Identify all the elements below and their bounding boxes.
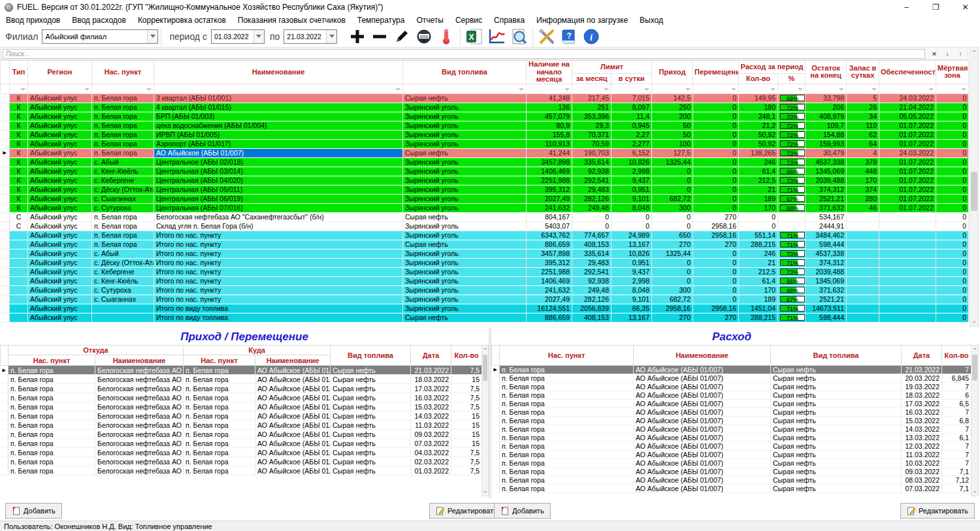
column-filter-dropdown[interactable] (936, 84, 969, 93)
column-filter-dropdown[interactable] (778, 84, 806, 93)
expense-row[interactable]: п. Белая гораАО Абыйское (АБЫ 01/007)Сыр… (492, 374, 972, 383)
col-name[interactable]: Наименование (154, 61, 403, 84)
restore-button[interactable]: ❐ (921, 0, 951, 14)
main-table-scrollbar[interactable]: ⌃ ⌄ (970, 47, 979, 327)
column-filter-dropdown[interactable] (28, 84, 92, 93)
scroll-down-icon[interactable]: ⌄ (972, 486, 978, 496)
column-filter-dropdown[interactable] (92, 84, 154, 93)
income-row[interactable]: п. Белая гораБелогоская нефтебаза АО "Са… (1, 466, 482, 475)
expense-row[interactable]: п. Белая гораАО Абыйское (АБЫ 01/007)Сыр… (492, 400, 972, 408)
column-filter-dropdown[interactable] (154, 84, 403, 93)
fuel-table-row[interactable]: Абыйский улусс. СутурохаИтого по нас. пу… (1, 285, 969, 295)
expense-add-button[interactable]: Добавить (494, 503, 551, 519)
col-expense-pct[interactable]: % (778, 74, 806, 84)
fuel-table-row[interactable]: Абыйский улусс. АбыйИтого по нас. пункту… (1, 249, 969, 258)
search-document-icon[interactable] (508, 27, 529, 46)
fuel-table-row[interactable]: Абыйский улусИтого по виду топливаЗырянс… (1, 304, 969, 313)
menu-item-7[interactable]: Сервис (449, 16, 488, 25)
col-days[interactable]: Запас в сутках (847, 61, 879, 84)
chart-icon[interactable] (486, 27, 507, 46)
fuel-table-row[interactable]: КАбыйский улусс. КебергенеЦентральная (А… (1, 176, 969, 185)
menu-item-5[interactable]: Температура (351, 16, 411, 25)
col-date[interactable]: Дата (902, 346, 942, 366)
expense-row[interactable]: п. Белая гораАО Абыйское (АБЫ 01/007)Сыр… (492, 408, 972, 417)
col-start[interactable]: Наличие на начало месяца (527, 61, 572, 84)
scrollbar-thumb[interactable] (972, 355, 977, 381)
col-fuel[interactable]: Вид топлива (771, 346, 902, 366)
menu-item-4[interactable]: Показания газовых счетчиков (232, 16, 351, 25)
col-to-name[interactable]: Наименование (255, 355, 331, 366)
col-expense-group[interactable]: Расход за период (739, 61, 806, 74)
col-region[interactable]: Регион (28, 61, 92, 84)
col-to-punkt[interactable]: Нас. пункт (184, 355, 255, 366)
fuel-table-row[interactable]: КАбыйский улусп. Белая гора4 квартал (АБ… (1, 103, 969, 112)
menu-item-3[interactable]: Корректировка остатков (132, 16, 232, 25)
scroll-up-icon[interactable]: ⌃ (970, 48, 978, 57)
fuel-table-row[interactable]: Абыйский улусс. Дёску (Оттох-Атах)Итого … (1, 258, 969, 267)
search-prev-icon[interactable]: ↑ (955, 49, 966, 59)
fuel-table-row[interactable]: КАбыйский улусп. Белая гораАэропорт (АБЫ… (1, 139, 969, 148)
col-income[interactable]: Приход (652, 61, 693, 84)
column-filter-dropdown[interactable] (739, 84, 778, 93)
column-filter-dropdown[interactable] (10, 84, 28, 93)
income-edit-button[interactable]: Редактировать (429, 503, 504, 519)
col-from-group[interactable]: Откуда (8, 346, 184, 355)
column-filter-dropdown[interactable] (572, 84, 612, 93)
income-row[interactable]: п. Белая гораБелогоская нефтебаза АО "Са… (1, 402, 482, 411)
excel-export-icon[interactable]: X (464, 27, 485, 46)
expense-scrollbar[interactable]: ⌃ ⌄ (971, 345, 979, 496)
expense-row[interactable]: п. Белая гораАО Абыйское (АБЫ 01/007)Сыр… (492, 417, 972, 425)
col-limit-day[interactable]: в сутки (612, 74, 652, 84)
income-row[interactable]: п. Белая гораБелогоская нефтебаза АО "Са… (1, 411, 482, 421)
scroll-down-icon[interactable]: ⌄ (970, 316, 978, 326)
income-row[interactable]: п. Белая гораБелогоская нефтебаза АО "Са… (1, 375, 482, 384)
fuel-table-row[interactable]: Абыйский улусс. КебергенеИтого по нас. п… (1, 267, 969, 276)
settings-icon[interactable] (536, 27, 557, 46)
column-filter-dropdown[interactable] (693, 84, 739, 93)
col-rest[interactable]: Остаток на конец (806, 61, 847, 84)
fuel-table-row[interactable]: КАбыйский улусп. Белая гораИРВП (АБЫ 01/… (1, 130, 969, 139)
col-secured[interactable]: Обеспеченность (879, 61, 936, 84)
column-filter-dropdown[interactable] (652, 84, 693, 93)
meter-icon[interactable]: 00000 (414, 27, 434, 46)
expense-row[interactable]: п. Белая гораАО Абыйское (АБЫ 01/007)Сыр… (492, 383, 972, 391)
income-row[interactable]: п. Белая гораБелогоская нефтебаза АО "Са… (1, 384, 482, 393)
expense-row[interactable]: п. Белая гораАО Абыйское (АБЫ 01/007)Сыр… (492, 451, 972, 459)
col-qty[interactable]: Кол-во (942, 346, 972, 366)
fuel-table-row[interactable]: Абыйский улусп. Белая гораИтого по нас. … (1, 240, 969, 249)
col-limit-month[interactable]: за месяц (572, 74, 612, 84)
fuel-table-row[interactable]: КАбыйский улусс. СыаганнахЦентральная (А… (1, 194, 969, 203)
expense-row[interactable]: п. Белая гораАО Абыйское (АБЫ 01/007)Сыр… (492, 476, 972, 485)
col-move[interactable]: Перемещение (693, 61, 739, 84)
expense-row[interactable]: п. Белая гораАО Абыйское (АБЫ 01/007)Сыр… (492, 459, 972, 468)
column-filter-dropdown[interactable] (879, 84, 936, 93)
fuel-table-row[interactable]: ▶КАбыйский улусп. Белая гораАО Абыйское … (1, 148, 969, 157)
menu-item-8[interactable]: Справка (488, 16, 531, 25)
add-icon[interactable] (347, 27, 368, 46)
fuel-table-row[interactable]: Абыйский улусс. Кенг-КюёльИтого по нас. … (1, 276, 969, 285)
col-expense-qty[interactable]: Кол-во (739, 74, 778, 84)
menu-item-1[interactable]: Ввод приходов (0, 16, 66, 25)
branch-select[interactable]: Абыйский филиал (42, 29, 158, 44)
search-input[interactable] (3, 49, 925, 59)
column-filter-dropdown[interactable] (612, 84, 652, 93)
column-filter-dropdown[interactable] (403, 84, 527, 93)
fuel-table-row[interactable]: Абыйский улусИтого по виду топливаСырая … (1, 313, 969, 322)
income-row[interactable]: п. Белая гораБелогоская нефтебаза АО "Са… (1, 448, 482, 457)
fuel-table-row[interactable]: САбыйский улусп. Белая гораБелогоская не… (1, 212, 969, 221)
menu-item-6[interactable]: Отчеты (410, 16, 449, 25)
expense-row[interactable]: п. Белая гораАО Абыйское (АБЫ 01/007)Сыр… (492, 442, 972, 451)
income-row[interactable]: п. Белая гораБелогоская нефтебаза АО "Са… (1, 439, 482, 448)
fuel-table-row[interactable]: Абыйский улусп. Белая гораИтого по нас. … (1, 231, 969, 240)
col-fuel[interactable]: Вид топлива (403, 61, 527, 84)
column-filter-dropdown[interactable] (847, 84, 879, 93)
fuel-table-row[interactable]: КАбыйский улусп. Белая гора3 квартал (АБ… (1, 93, 969, 103)
income-add-button[interactable]: Добавить (5, 503, 62, 519)
expense-row[interactable]: п. Белая гораАО Абыйское (АБЫ 01/007)Сыр… (492, 391, 972, 400)
col-date[interactable]: Дата (411, 346, 451, 366)
col-to-group[interactable]: Куда (184, 346, 331, 355)
menu-item-10[interactable]: Выход (634, 16, 669, 25)
col-name[interactable]: Наименование (634, 346, 771, 366)
col-punkt[interactable]: Нас. пункт (500, 346, 634, 366)
col-punkt[interactable]: Нас. пункт (92, 61, 154, 84)
